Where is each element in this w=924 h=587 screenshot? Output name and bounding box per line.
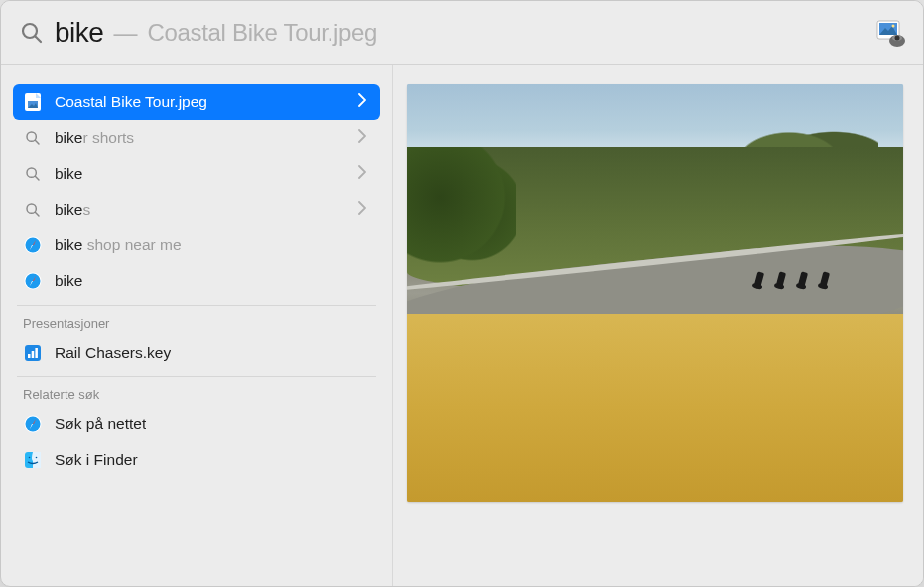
search-icon — [23, 164, 43, 184]
result-label: Søk på nettet — [55, 415, 146, 433]
chevron-right-icon — [358, 129, 370, 147]
top-result-title: Coastal Bike Tour.jpeg — [147, 19, 377, 47]
image-preview[interactable] — [407, 84, 903, 502]
safari-icon — [23, 414, 43, 434]
svg-line-16 — [35, 176, 39, 180]
result-web-suggestion[interactable]: bike — [13, 263, 380, 299]
safari-icon — [23, 271, 43, 291]
search-icon — [23, 200, 43, 220]
result-label: Coastal Bike Tour.jpeg — [55, 93, 207, 111]
preview-app-icon — [873, 15, 909, 51]
result-label: Søk i Finder — [55, 451, 138, 469]
chevron-right-icon — [358, 165, 370, 183]
result-label: bike — [55, 165, 82, 183]
svg-rect-29 — [32, 351, 35, 358]
search-input[interactable]: bike — [55, 17, 103, 49]
results-sidebar: Coastal Bike Tour.jpeg biker shorts bike — [1, 65, 393, 586]
search-icon — [19, 20, 45, 46]
result-search-finder[interactable]: Søk i Finder — [13, 442, 380, 478]
result-suggestion[interactable]: biker shorts — [13, 120, 380, 156]
svg-point-8 — [895, 35, 900, 40]
safari-icon — [23, 235, 43, 255]
divider — [17, 305, 376, 306]
file-image-icon — [23, 92, 43, 112]
keynote-icon — [23, 343, 43, 363]
result-suggestion[interactable]: bikes — [13, 192, 380, 227]
main-area: Coastal Bike Tour.jpeg biker shorts bike — [1, 65, 923, 586]
chevron-right-icon — [358, 93, 370, 111]
finder-icon — [23, 450, 43, 470]
search-header: bike — Coastal Bike Tour.jpeg — [1, 1, 923, 65]
result-presentation[interactable]: Rail Chasers.key — [13, 335, 380, 370]
separator: — — [113, 19, 137, 47]
svg-point-37 — [36, 457, 38, 459]
result-label: Rail Chasers.key — [55, 344, 171, 362]
section-header-related: Relaterte søk — [13, 381, 380, 406]
svg-line-14 — [35, 140, 39, 144]
preview-pane — [393, 65, 923, 586]
result-top-hit[interactable]: Coastal Bike Tour.jpeg — [13, 84, 380, 120]
svg-point-5 — [892, 24, 895, 27]
result-label: bikes — [55, 201, 90, 219]
chevron-right-icon — [358, 201, 370, 219]
result-label: biker shorts — [55, 129, 134, 147]
svg-rect-30 — [35, 348, 38, 358]
svg-line-18 — [35, 212, 39, 216]
result-search-web[interactable]: Søk på nettet — [13, 406, 380, 442]
svg-point-36 — [29, 457, 31, 459]
divider — [17, 376, 376, 377]
search-icon — [23, 128, 43, 148]
spotlight-window: bike — Coastal Bike Tour.jpeg Coastal Bi… — [0, 0, 924, 587]
svg-line-1 — [36, 36, 42, 42]
result-suggestion[interactable]: bike — [13, 156, 380, 192]
result-label: bike — [55, 272, 82, 290]
result-web-suggestion[interactable]: bike shop near me — [13, 227, 380, 263]
result-label: bike shop near me — [55, 236, 182, 254]
section-header-presentations: Presentasjoner — [13, 310, 380, 335]
svg-rect-28 — [28, 354, 31, 358]
